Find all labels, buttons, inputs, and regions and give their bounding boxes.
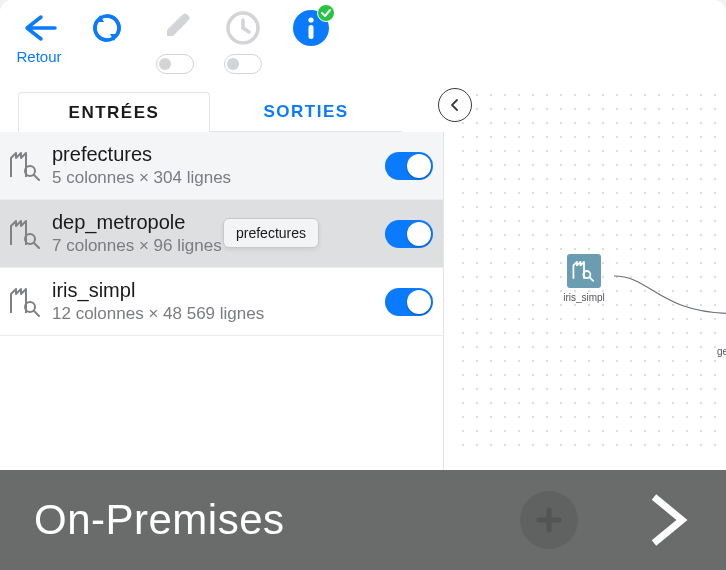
graph-node-label: iris_simpl [563,292,605,303]
clock-toggle[interactable] [224,54,262,74]
list-item-toggle[interactable] [385,152,433,180]
list-item-subtitle: 7 colonnes × 96 lignes [52,234,375,258]
info-checkmark-icon [317,4,335,22]
graph-edge [594,270,726,330]
list-item-title: prefectures [52,142,375,166]
list-item-toggle[interactable] [385,288,433,316]
back-button[interactable] [17,6,61,50]
eyedropper-icon [153,6,197,50]
footer-title: On-Premises [34,496,520,544]
clock-icon [221,6,265,50]
toolbar: Retour [0,0,726,78]
tooltip: prefectures [223,218,319,248]
list-item-title: dep_metropole [52,210,375,234]
list-item[interactable]: iris_simpl 12 colonnes × 48 569 lignes [0,268,443,336]
dataset-icon [0,151,52,181]
tab-sorties[interactable]: SORTIES [210,92,402,132]
svg-rect-4 [309,25,314,39]
graph-canvas[interactable]: iris_simpl ge [460,92,726,458]
next-button[interactable] [648,491,692,549]
entries-list: prefectures 5 colonnes × 304 lignes dep_… [0,132,444,492]
list-item[interactable]: dep_metropole 7 colonnes × 96 lignes [0,200,443,268]
svg-point-5 [318,5,335,22]
back-label: Retour [16,48,61,65]
footer-bar: On-Premises [0,470,726,570]
list-item-subtitle: 12 colonnes × 48 569 lignes [52,302,375,326]
svg-point-3 [308,17,313,22]
graph-edge-label: ge [717,346,726,357]
dataset-icon [0,287,52,317]
dataset-icon [0,219,52,249]
list-item-toggle[interactable] [385,220,433,248]
list-item[interactable]: prefectures 5 colonnes × 304 lignes [0,132,443,200]
list-item-subtitle: 5 colonnes × 304 lignes [52,166,375,190]
graph-node[interactable]: iris_simpl [560,254,608,303]
info-button[interactable] [289,6,333,50]
refresh-button[interactable] [85,6,129,50]
dataset-icon [567,254,601,288]
collapse-panel-button[interactable] [438,88,472,122]
eyedropper-toggle[interactable] [156,54,194,74]
add-button[interactable] [520,491,578,549]
tab-entries[interactable]: ENTRÉES [18,92,210,132]
list-item-title: iris_simpl [52,278,375,302]
